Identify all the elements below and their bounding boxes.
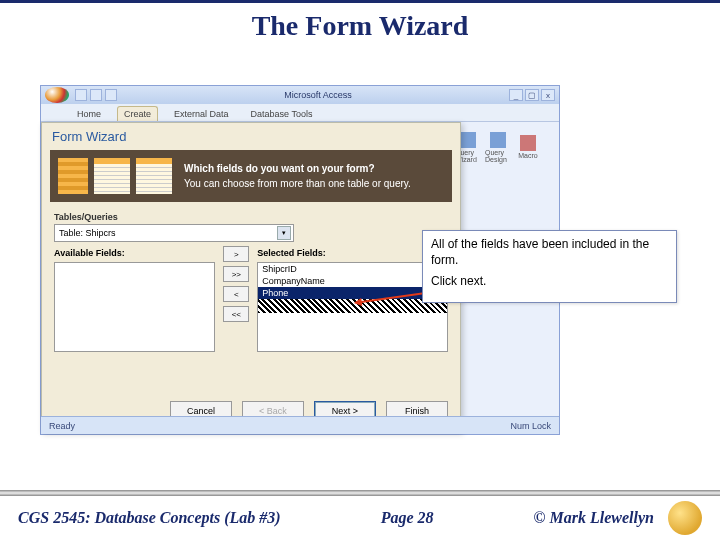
wizard-graphic-icon <box>58 158 172 194</box>
ucf-logo-icon <box>668 501 702 535</box>
callout-line-2: Click next. <box>431 274 668 290</box>
callout-box: All of the fields have been included in … <box>422 230 677 303</box>
form-wizard-dialog: Form Wizard Which fields do you want on … <box>41 122 461 432</box>
footer-page: Page 28 <box>381 509 434 527</box>
query-wizard-icon <box>460 132 476 148</box>
selected-fields-label: Selected Fields: <box>257 244 448 262</box>
wizard-title: Form Wizard <box>42 123 460 146</box>
add-field-button[interactable]: > <box>223 246 249 262</box>
ribbon-query-design[interactable]: Query Design <box>485 132 511 163</box>
qat-redo-icon[interactable] <box>105 89 117 101</box>
wizard-header: Which fields do you want on your form? Y… <box>50 150 452 202</box>
add-all-fields-button[interactable]: >> <box>223 266 249 282</box>
qat-save-icon[interactable] <box>75 89 87 101</box>
macro-icon <box>520 135 536 151</box>
titlebar: Microsoft Access _ ▢ x <box>41 86 559 104</box>
tab-external-data[interactable]: External Data <box>168 107 235 121</box>
remove-field-button[interactable]: < <box>223 286 249 302</box>
tab-database-tools[interactable]: Database Tools <box>245 107 319 121</box>
combo-value: Table: Shipcrs <box>59 228 116 238</box>
slide-top-border <box>0 0 720 3</box>
minimize-button[interactable]: _ <box>509 89 523 101</box>
list-item[interactable]: ShipcrID <box>258 263 447 275</box>
close-button[interactable]: x <box>541 89 555 101</box>
maximize-button[interactable]: ▢ <box>525 89 539 101</box>
statusbar: Ready Num Lock <box>41 416 559 434</box>
footer-author: © Mark Llewellyn <box>534 509 654 527</box>
available-fields-label: Available Fields: <box>54 244 215 262</box>
footer-course: CGS 2545: Database Concepts (Lab #3) <box>18 509 281 527</box>
tables-queries-combo[interactable]: Table: Shipcrs ▾ <box>54 224 294 242</box>
app-name: Microsoft Access <box>127 90 509 100</box>
chevron-down-icon[interactable]: ▾ <box>277 226 291 240</box>
remove-all-fields-button[interactable]: << <box>223 306 249 322</box>
quick-access-toolbar <box>75 89 117 101</box>
tab-home[interactable]: Home <box>71 107 107 121</box>
qat-undo-icon[interactable] <box>90 89 102 101</box>
status-ready: Ready <box>49 421 75 431</box>
tables-queries-label: Tables/Queries <box>42 206 460 224</box>
wizard-hint: You can choose from more than one table … <box>184 178 444 189</box>
query-design-icon <box>490 132 506 148</box>
ribbon-tabs: Home Create External Data Database Tools <box>41 104 559 122</box>
wizard-question: Which fields do you want on your form? <box>184 163 444 174</box>
ribbon-macro[interactable]: Macro <box>515 135 541 159</box>
field-move-buttons: > >> < << <box>223 244 249 352</box>
office-button-icon[interactable] <box>45 87 69 103</box>
slide-title: The Form Wizard <box>0 10 720 42</box>
list-item[interactable]: CompanyName <box>258 275 447 287</box>
callout-line-1: All of the fields have been included in … <box>431 237 668 268</box>
tab-create[interactable]: Create <box>117 106 158 121</box>
slide-footer: CGS 2545: Database Concepts (Lab #3) Pag… <box>0 496 720 540</box>
status-numlock: Num Lock <box>510 421 551 431</box>
available-fields-listbox[interactable] <box>54 262 215 352</box>
